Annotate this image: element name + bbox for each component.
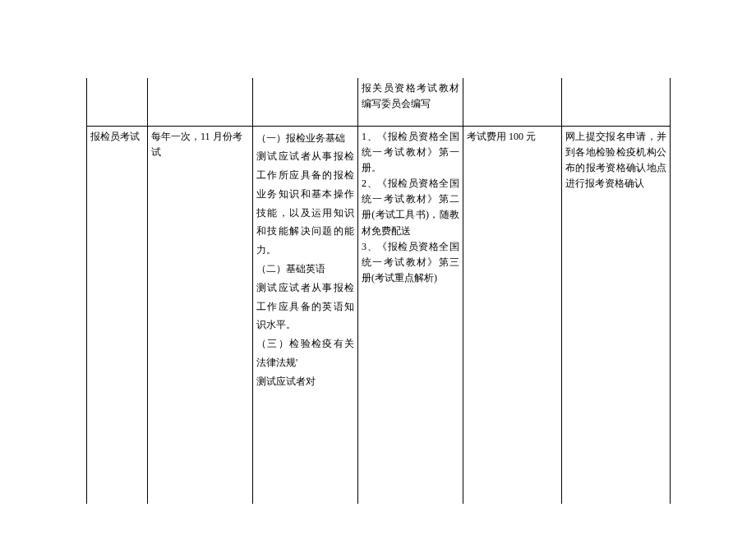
- table-row: 报检员考试 每年一次，11 月份考试 （一）报检业务基础 测试应试者从事报检工作…: [87, 126, 671, 504]
- exam-info-table: 报关员资格考试教材编写委员会编写 报检员考试 每年一次，11 月份考试 （一）报…: [86, 78, 671, 504]
- cell-register-prev: [562, 78, 671, 126]
- cell-material-prev: 报关员资格考试教材编写委员会编写: [358, 78, 463, 126]
- cell-schedule: 每年一次，11 月份考试: [148, 126, 253, 504]
- cell-material: 1、《报检员资格全国统一考试教材》第一册。 2、《报检员资格全国统一考试教材》第…: [358, 126, 463, 504]
- cell-content-prev: [253, 78, 358, 126]
- cell-fee-prev: [463, 78, 562, 126]
- cell-exam-name-prev: [87, 78, 148, 126]
- cell-text: （一）报检业务基础 测试应试者从事报检工作所应具备的报检业务知识和基本操作技能，…: [256, 132, 354, 387]
- cell-text: 每年一次，11 月份考试: [151, 131, 242, 158]
- cell-exam-name: 报检员考试: [87, 126, 148, 504]
- cell-text: 报关员资格考试教材编写委员会编写: [362, 82, 459, 109]
- cell-fee: 考试费用 100 元: [463, 126, 562, 504]
- cell-schedule-prev: [148, 78, 253, 126]
- cell-text: 1、《报检员资格全国统一考试教材》第一册。 2、《报检员资格全国统一考试教材》第…: [362, 131, 459, 284]
- table-row: 报关员资格考试教材编写委员会编写: [87, 78, 671, 126]
- cell-content: （一）报检业务基础 测试应试者从事报检工作所应具备的报检业务知识和基本操作技能，…: [253, 126, 358, 504]
- cell-register: 网上提交报名申请，并到各地检验检疫机构公布的报考资格确认地点进行报考资格确认: [562, 126, 671, 504]
- cell-text: 考试费用 100 元: [467, 131, 536, 142]
- cell-text: 网上提交报名申请，并到各地检验检疫机构公布的报考资格确认地点进行报考资格确认: [565, 131, 666, 190]
- document-page: 报关员资格考试教材编写委员会编写 报检员考试 每年一次，11 月份考试 （一）报…: [0, 0, 756, 504]
- cell-text: 报检员考试: [90, 131, 140, 142]
